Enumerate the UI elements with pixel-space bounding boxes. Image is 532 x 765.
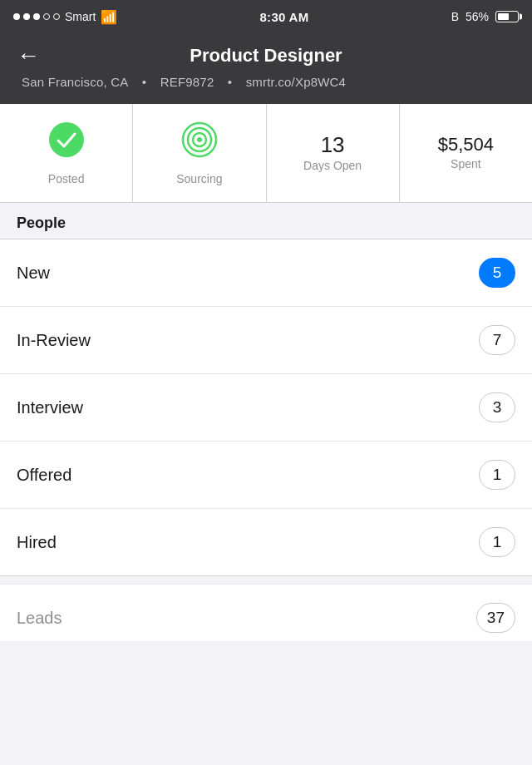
posted-label: Posted — [48, 172, 85, 185]
svg-point-0 — [49, 122, 84, 157]
spent-label: Spent — [451, 157, 481, 170]
days-open-value: 13 — [321, 134, 345, 155]
stat-posted[interactable]: Posted — [0, 104, 133, 202]
dot-5 — [53, 13, 60, 20]
list-item-hired[interactable]: Hired 1 — [0, 509, 532, 575]
back-button[interactable]: ← — [17, 44, 40, 67]
header-top: ← Product Designer — [17, 45, 515, 67]
list-item-interview[interactable]: Interview 3 — [0, 374, 532, 442]
list-item-offered-label: Offered — [17, 466, 71, 485]
leads-label: Leads — [17, 609, 62, 628]
list-item-new-label: New — [17, 264, 50, 283]
battery-bar — [495, 11, 519, 22]
dot-3 — [33, 13, 40, 20]
bluetooth-icon: B — [451, 10, 459, 23]
stat-spent: $5,504 Spent — [400, 104, 532, 202]
dot-4 — [43, 13, 50, 20]
list-item-in-review[interactable]: In-Review 7 — [0, 307, 532, 374]
job-link[interactable]: smrtr.co/Xp8WC4 — [246, 75, 347, 89]
header: ← Product Designer San Francisco, CA • R… — [0, 33, 532, 104]
battery-area: B 56% — [451, 10, 519, 23]
list-item-hired-label: Hired — [17, 533, 57, 552]
spent-value: $5,504 — [438, 136, 494, 154]
status-bar: Smart 📶 8:30 AM B 56% — [0, 0, 532, 33]
people-list: New 5 In-Review 7 Interview 3 Offered 1 … — [0, 239, 532, 575]
stats-row: Posted Sourcing 13 Days Open $5,504 Spen… — [0, 104, 532, 203]
section-divider — [0, 575, 532, 584]
dot-2 — [23, 13, 30, 20]
list-item-leads-partial[interactable]: Leads 37 — [0, 584, 532, 641]
svg-point-4 — [197, 137, 202, 142]
dot-1 — [13, 13, 20, 20]
days-open-label: Days Open — [303, 159, 362, 172]
posted-icon — [47, 121, 86, 162]
wifi-icon: 📶 — [101, 9, 117, 25]
badge-in-review: 7 — [479, 325, 515, 355]
battery-percent: 56% — [466, 10, 489, 23]
ref-number: REF9872 — [160, 75, 214, 89]
sourcing-label: Sourcing — [176, 172, 222, 185]
badge-offered: 1 — [479, 460, 515, 490]
list-item-interview-label: Interview — [17, 398, 83, 417]
location-text: San Francisco, CA — [22, 75, 128, 89]
stat-days-open: 13 Days Open — [267, 104, 400, 202]
badge-hired: 1 — [479, 527, 515, 557]
page-title: Product Designer — [190, 45, 342, 67]
carrier-name: Smart — [65, 10, 96, 23]
badge-interview: 3 — [479, 392, 515, 422]
stat-sourcing[interactable]: Sourcing — [133, 104, 266, 202]
list-item-in-review-label: In-Review — [17, 331, 91, 350]
carrier-info: Smart 📶 — [13, 9, 117, 25]
people-section-header: People — [0, 203, 532, 239]
people-heading: People — [17, 215, 515, 232]
badge-leads: 37 — [476, 603, 515, 633]
battery-fill — [498, 13, 509, 20]
signal-dots — [13, 13, 60, 20]
separator-1: • — [142, 75, 146, 89]
separator-2: • — [228, 75, 232, 89]
list-item-new[interactable]: New 5 — [0, 239, 532, 307]
badge-new: 5 — [479, 258, 515, 288]
list-item-offered[interactable]: Offered 1 — [0, 442, 532, 509]
header-subtitle: San Francisco, CA • REF9872 • smrtr.co/X… — [17, 75, 515, 89]
status-time: 8:30 AM — [259, 10, 308, 24]
sourcing-icon — [180, 121, 219, 162]
